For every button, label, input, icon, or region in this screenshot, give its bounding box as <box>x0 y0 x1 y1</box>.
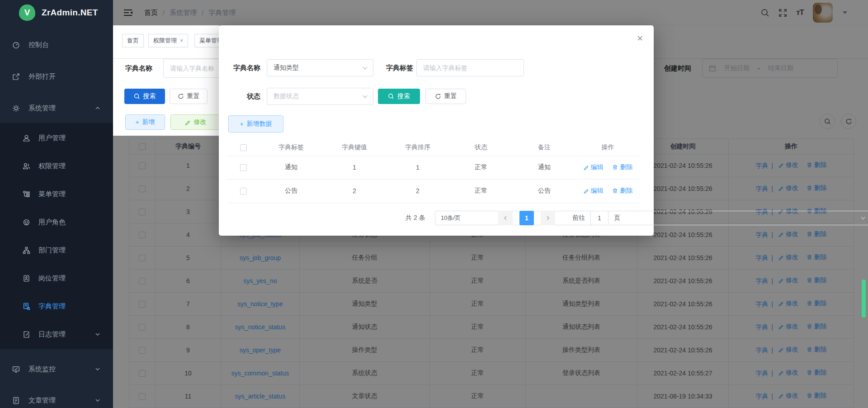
edit-action-link[interactable]: 修改 <box>778 276 798 285</box>
dict-type-link[interactable]: sys_oper_type <box>240 346 281 354</box>
sidebar-item-menus[interactable]: 菜单管理 <box>0 180 113 208</box>
dict-action-link[interactable]: 字典 <box>755 346 768 355</box>
modal-reset-button[interactable]: 重置 <box>425 89 466 104</box>
select-all-checkbox[interactable] <box>139 143 146 150</box>
row-checkbox[interactable] <box>139 232 146 238</box>
modal-add-data-button[interactable]: + 新增数据 <box>228 115 283 133</box>
row-checkbox[interactable] <box>240 188 247 195</box>
edit-button[interactable]: 修改 <box>170 114 220 130</box>
tab-close-icon[interactable]: × <box>180 38 183 43</box>
edit-action-link[interactable]: 修改 <box>778 323 798 331</box>
sidebar-item-logs[interactable]: 日志管理 <box>0 320 113 348</box>
scrollbar-thumb[interactable] <box>862 280 866 318</box>
dict-action-link[interactable]: 字典 <box>755 231 768 239</box>
row-checkbox[interactable] <box>139 370 146 377</box>
sidebar-item-monitor[interactable]: 系统监控 <box>0 355 113 383</box>
edit-action-link[interactable]: 编辑 <box>583 163 604 171</box>
current-page-button[interactable]: 1 <box>519 211 534 225</box>
tab-permissions[interactable]: 权限管理 × <box>148 34 188 47</box>
delete-action-link[interactable]: 删除 <box>807 184 827 192</box>
prev-page-button[interactable] <box>498 211 513 225</box>
delete-action-link[interactable]: 删除 <box>807 299 827 308</box>
sidebar-collapse-icon[interactable] <box>123 9 132 16</box>
edit-action-link[interactable]: 修改 <box>778 392 798 400</box>
dict-action-link[interactable]: 字典 <box>755 323 768 332</box>
search-icon[interactable] <box>761 9 769 17</box>
sidebar-item-departments[interactable]: 部门管理 <box>0 236 113 264</box>
row-checkbox[interactable] <box>139 185 146 192</box>
row-checkbox[interactable] <box>139 324 146 331</box>
row-checkbox[interactable] <box>139 393 146 400</box>
font-size-icon[interactable]: ᴛT <box>796 8 804 17</box>
delete-action-link[interactable]: 删除 <box>612 187 632 195</box>
sidebar-item-dashboard[interactable]: 控制台 <box>0 31 113 59</box>
delete-action-link[interactable]: 删除 <box>807 346 827 354</box>
reset-button[interactable]: 重置 <box>170 89 208 104</box>
delete-action-link[interactable]: 删除 <box>807 369 827 377</box>
delete-action-link[interactable]: 删除 <box>807 276 827 285</box>
delete-action-link[interactable]: 删除 <box>807 253 827 261</box>
app-logo[interactable]: V ZrAdmin.NET <box>0 0 113 25</box>
row-checkbox[interactable] <box>139 278 146 285</box>
avatar-caret-icon[interactable] <box>843 11 847 14</box>
goto-page-input[interactable] <box>590 211 609 225</box>
breadcrumb-home[interactable]: 首页 <box>144 9 158 17</box>
modal-search-button[interactable]: 搜索 <box>378 89 420 104</box>
refresh-table-button[interactable] <box>841 114 856 129</box>
dict-type-link[interactable]: sys_article_status <box>235 393 285 400</box>
delete-action-link[interactable]: 删除 <box>807 323 827 331</box>
toggle-search-button[interactable] <box>820 114 835 129</box>
row-checkbox[interactable] <box>139 301 146 308</box>
edit-action-link[interactable]: 修改 <box>778 299 798 308</box>
tab-home[interactable]: 首页 <box>122 34 144 47</box>
sidebar-item-user-roles[interactable]: 用户角色 <box>0 208 113 236</box>
delete-action-link[interactable]: 删除 <box>807 392 827 400</box>
sidebar-item-articles[interactable]: 文章管理 <box>0 386 113 408</box>
breadcrumb-section[interactable]: 系统管理 <box>170 9 197 17</box>
edit-action-link[interactable]: 编辑 <box>583 187 604 195</box>
modal-dict-name-select[interactable]: 通知类型 <box>267 59 373 76</box>
edit-action-link[interactable]: 修改 <box>778 253 798 261</box>
sidebar-item-dictionary[interactable]: 字典管理 <box>0 292 113 320</box>
dict-type-link[interactable]: sys_common_status <box>231 370 289 377</box>
create-time-range-picker[interactable]: 开始日期 - 结束日期 <box>702 59 838 78</box>
sidebar-item-external[interactable]: 外部打开 <box>0 62 113 90</box>
dict-action-link[interactable]: 字典 <box>755 254 768 262</box>
dict-action-link[interactable]: 字典 <box>755 185 768 193</box>
sidebar-item-posts[interactable]: 岗位管理 <box>0 264 113 292</box>
delete-action-link[interactable]: 删除 <box>807 161 827 169</box>
edit-action-link[interactable]: 修改 <box>778 161 798 169</box>
dict-action-link[interactable]: 字典 <box>755 300 768 308</box>
dict-action-link[interactable]: 字典 <box>755 393 768 401</box>
edit-action-link[interactable]: 修改 <box>778 369 798 377</box>
user-avatar[interactable] <box>813 3 833 23</box>
row-checkbox[interactable] <box>139 209 146 215</box>
dict-type-link[interactable]: sys_notice_type <box>237 300 283 308</box>
dict-type-link[interactable]: sys_yes_no <box>244 277 277 285</box>
edit-action-link[interactable]: 修改 <box>778 230 798 238</box>
row-checkbox[interactable] <box>240 164 247 171</box>
next-page-button[interactable] <box>541 211 555 225</box>
sidebar-item-permissions[interactable]: 权限管理 <box>0 152 113 180</box>
delete-action-link[interactable]: 删除 <box>807 230 827 238</box>
row-checkbox[interactable] <box>139 347 146 354</box>
search-button[interactable]: 搜索 <box>124 89 165 104</box>
add-button[interactable]: + 新增 <box>125 114 165 130</box>
delete-action-link[interactable]: 删除 <box>612 163 632 171</box>
dict-action-link[interactable]: 字典 <box>755 277 768 285</box>
row-checkbox[interactable] <box>139 255 146 261</box>
sidebar-item-system[interactable]: 系统管理 <box>0 94 113 122</box>
dict-action-link[interactable]: 字典 <box>755 162 768 170</box>
fullscreen-icon[interactable] <box>778 9 787 17</box>
dict-action-link[interactable]: 字典 <box>755 370 768 378</box>
close-icon[interactable]: × <box>637 33 643 43</box>
dict-type-link[interactable]: sys_notice_status <box>235 323 285 331</box>
edit-action-link[interactable]: 修改 <box>778 184 798 192</box>
edit-action-link[interactable]: 修改 <box>778 346 798 354</box>
dict-type-link[interactable]: sys_job_group <box>240 254 281 261</box>
sidebar-item-users[interactable]: 用户管理 <box>0 124 113 152</box>
modal-status-select[interactable]: 数据状态 <box>267 88 373 105</box>
modal-select-all-checkbox[interactable] <box>240 144 247 151</box>
row-checkbox[interactable] <box>139 162 146 169</box>
modal-dict-label-input[interactable] <box>416 59 524 76</box>
